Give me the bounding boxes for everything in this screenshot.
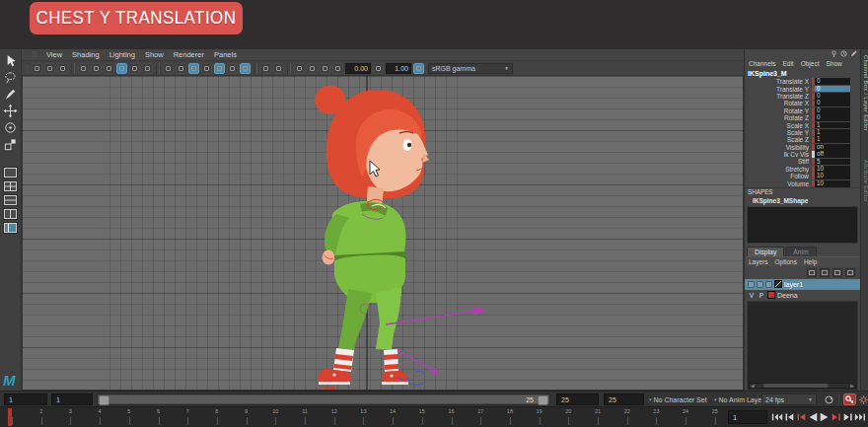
channel-row[interactable]: Translate Y0 (745, 85, 850, 92)
current-time-playhead[interactable] (8, 408, 12, 426)
play-backwards-button[interactable] (807, 410, 819, 424)
auto-keyframe-icon[interactable] (843, 393, 856, 405)
layer-visibility-toggle[interactable]: V (748, 292, 756, 299)
shadows-icon[interactable] (320, 63, 330, 74)
go-to-end-button[interactable] (854, 410, 866, 424)
pin-icon[interactable] (831, 50, 837, 57)
view-transform-icon[interactable] (413, 63, 424, 74)
viewport-canvas[interactable] (22, 76, 744, 391)
rear-foot-control-curves[interactable] (319, 386, 336, 390)
redo-icon[interactable] (201, 63, 212, 74)
layer-menu-layers[interactable]: Layers (749, 258, 768, 265)
step-back-key-button[interactable] (795, 410, 807, 424)
range-slider-track[interactable] (99, 395, 548, 403)
channel-row[interactable]: Visibilityon (745, 144, 850, 151)
channel-value-field[interactable]: off (815, 151, 850, 158)
selection-mask-component-icon[interactable] (57, 63, 68, 74)
scroll-right-icon[interactable]: ▶ (849, 384, 855, 388)
rotate-tool[interactable] (2, 119, 20, 136)
channel-row[interactable]: Scale Z1 (745, 136, 850, 143)
channel-row[interactable]: Rotate Z0 (745, 114, 850, 121)
tab-channel-box-layer-editor[interactable]: Channel Box / Layer Editor (861, 55, 868, 131)
channel-row[interactable]: Follow10 (745, 173, 850, 179)
character-set-dropdown[interactable]: ▾ No Character Set (649, 393, 707, 405)
animation-start-field[interactable]: 1 (4, 393, 47, 405)
gamma-icon[interactable] (373, 63, 384, 74)
layer-row-Deena[interactable]: VPDeena (745, 290, 860, 301)
view-transform-dropdown[interactable]: sRGB gamma ▼ (428, 63, 513, 74)
layer-color-swatch[interactable] (767, 291, 775, 299)
current-frame-field[interactable]: 1 (728, 410, 767, 424)
step-forward-frame-button[interactable] (842, 410, 854, 424)
anim-preferences-icon[interactable] (857, 393, 868, 405)
viewport-menu-shading[interactable]: Shading (72, 50, 100, 59)
viewport-menu-view[interactable]: View (46, 50, 62, 59)
channel-row[interactable]: Scale X1 (745, 121, 850, 128)
ik-diamond-handle[interactable] (431, 368, 439, 376)
render-settings-icon[interactable] (240, 63, 251, 74)
range-slider[interactable]: 25 (97, 393, 550, 405)
statusline-grip-icon[interactable]: ░ (25, 65, 30, 72)
channel-row[interactable]: Ik Cv Visoff (745, 151, 850, 158)
layout-two-pane-stacked[interactable] (3, 194, 18, 206)
anim-layer-dropdown[interactable]: ▾ No Anim Layer (714, 393, 763, 405)
save-scene-icon[interactable] (176, 63, 186, 74)
gear-icon[interactable] (332, 63, 343, 74)
move-tool[interactable] (2, 103, 20, 119)
playback-end-field[interactable]: 25 (556, 393, 599, 405)
channel-row[interactable]: Stretchy10 (745, 166, 850, 173)
scale-tool[interactable] (2, 136, 20, 153)
wireframe-icon[interactable] (273, 63, 284, 74)
tab-attribute-editor[interactable]: Attribute Editor (861, 160, 868, 202)
tab-anim[interactable]: Anim (785, 247, 817, 256)
layer-menu-help[interactable]: Help (804, 258, 817, 265)
ik-line-upper[interactable] (386, 311, 477, 324)
construction-history-icon[interactable] (142, 63, 153, 74)
ik-line-lower[interactable] (398, 350, 435, 372)
history-icon[interactable] (840, 50, 847, 57)
layer-row-layer1[interactable]: layer1 (745, 279, 860, 290)
gamma-field[interactable]: 1.00 (386, 63, 411, 74)
xray-icon[interactable] (294, 63, 305, 74)
channel-box-menu-channels[interactable]: Channels (749, 60, 775, 67)
exposure-field[interactable]: 0.00 (345, 63, 371, 74)
snap-to-curve-icon[interactable] (91, 63, 102, 74)
ik-arrow-diamond[interactable] (471, 306, 486, 316)
tab-display[interactable]: Display (747, 247, 784, 256)
open-scene-icon[interactable] (163, 63, 174, 74)
snap-to-plane-icon[interactable] (116, 63, 127, 74)
viewport-menu-renderer[interactable]: Renderer (174, 50, 204, 59)
ipr-render-icon[interactable] (227, 63, 238, 74)
paint-select-tool[interactable] (2, 86, 20, 103)
play-forwards-button[interactable] (819, 410, 831, 424)
layer-toggle[interactable] (757, 281, 763, 288)
layer-swatch[interactable] (774, 280, 782, 288)
step-forward-key-button[interactable] (831, 410, 842, 424)
layer-move-up-button[interactable] (807, 268, 817, 277)
layout-two-pane-side[interactable] (3, 208, 18, 220)
snap-to-point-icon[interactable] (104, 63, 114, 74)
layer-empty-new-button[interactable] (832, 268, 842, 277)
channel-row[interactable]: Translate X0 (745, 78, 850, 85)
undo-icon[interactable] (188, 63, 199, 74)
animation-end-field[interactable]: 25 (604, 393, 644, 405)
make-live-icon[interactable] (129, 63, 140, 74)
panel-grip-icon[interactable]: ░ (32, 51, 36, 58)
channel-row[interactable]: Rotate Y0 (745, 107, 850, 114)
channel-box-menu-edit[interactable]: Edit (782, 60, 793, 67)
layer-menu-options[interactable]: Options (775, 258, 797, 265)
scrollbar-thumb[interactable] (763, 384, 829, 388)
viewport-menu-show[interactable]: Show (145, 50, 164, 59)
channel-row[interactable]: Volume10 (745, 179, 850, 186)
channel-row[interactable]: Rotate X0 (745, 100, 850, 107)
channel-row[interactable]: Scale Y1 (745, 129, 850, 136)
playback-start-field[interactable]: 1 (51, 393, 93, 405)
channel-row[interactable]: Stiff5 (745, 158, 850, 165)
layer-playback-toggle[interactable]: P (758, 292, 765, 299)
channel-box-menu-show[interactable]: Show (826, 60, 841, 67)
shape-node-name[interactable]: IKSpine3_MShape (745, 196, 860, 205)
pencil-icon[interactable] (850, 50, 857, 57)
time-slider[interactable]: 2345678910111213141516171819202122232425… (0, 406, 868, 427)
select-tool[interactable] (2, 52, 20, 69)
scroll-left-icon[interactable]: ◀ (750, 384, 756, 388)
